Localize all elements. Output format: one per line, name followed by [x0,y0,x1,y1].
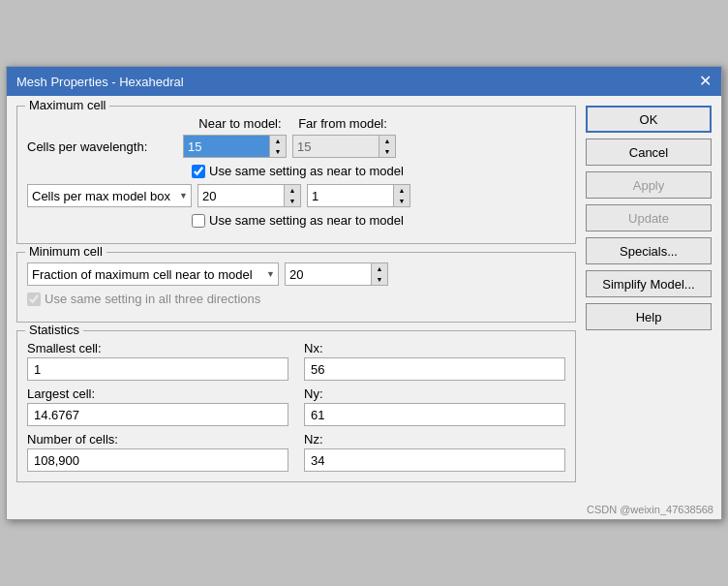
maximum-cell-group: Maximum cell Near to model: Far from mod… [16,106,576,244]
near-wavelength-up[interactable]: ▲ [270,136,286,146]
far-wavelength-spinbox: ▲ ▼ [292,135,396,158]
min-cell-input[interactable] [285,262,372,286]
nx-item: Nx: [304,341,565,381]
nz-item: Nz: [304,432,565,472]
min-cell-spinbox: ▲ ▼ [285,262,388,286]
minimum-cell-label: Minimum cell [25,244,106,259]
use-same-directions-row: Use same setting in all three directions [27,292,565,306]
nz-label: Nz: [304,432,565,447]
far-wavelength-input[interactable] [292,135,379,158]
use-same-directions-label: Use same setting in all three directions [45,292,260,306]
statistics-group: Statistics Smallest cell: Nx: Largest ce [16,330,576,482]
title-bar: Mesh Properties - Hexahedral ✕ [7,67,721,96]
far-wavelength-up[interactable]: ▲ [379,136,395,146]
nx-label: Nx: [304,341,565,355]
dialog-title: Mesh Properties - Hexahedral [16,75,184,89]
far-dropdown-spin-buttons: ▲ ▼ [394,184,410,207]
min-cell-dropdown-wrapper: Fraction of maximum cell near to model [27,262,279,286]
far-dropdown-up[interactable]: ▲ [394,185,410,196]
max-cell-dropdown-wrapper: Cells per max model box edge [27,184,192,207]
maximum-cell-label: Maximum cell [25,98,109,112]
cells-per-wavelength-label: Cells per wavelength: [27,139,177,154]
wavelength-row: Cells per wavelength: ▲ ▼ ▲ ▼ [27,135,565,158]
use-same-directions-checkbox[interactable] [27,293,41,306]
use-same-label-1: Use same setting as near to model [209,164,404,178]
simplify-model-button[interactable]: Simplify Model... [586,270,712,297]
use-same-label-2: Use same setting as near to model [209,213,404,228]
smallest-cell-value[interactable] [27,357,288,381]
near-wavelength-spinbox: ▲ ▼ [183,135,287,158]
min-cell-up[interactable]: ▲ [372,263,387,274]
cancel-button[interactable]: Cancel [586,139,712,166]
far-dropdown-spinbox: ▲ ▼ [307,184,410,207]
min-cell-spin-buttons: ▲ ▼ [372,262,388,286]
use-same-checkbox-1[interactable] [192,165,205,178]
column-headers: Near to model: Far from model: [192,116,565,131]
smallest-cell-label: Smallest cell: [27,341,288,355]
near-wavelength-spin-buttons: ▲ ▼ [270,135,287,158]
minimum-cell-group: Minimum cell Fraction of maximum cell ne… [16,252,576,323]
near-wavelength-input[interactable] [183,135,270,158]
near-dropdown-down[interactable]: ▼ [285,196,300,206]
nx-value[interactable] [304,357,565,381]
update-button[interactable]: Update [586,204,712,231]
largest-cell-item: Largest cell: [27,386,288,426]
dialog-window: Mesh Properties - Hexahedral ✕ Maximum c… [6,66,722,520]
watermark: CSDN @weixin_47638568 [7,500,721,519]
near-wavelength-down[interactable]: ▼ [270,146,286,157]
use-same-checkbox-2[interactable] [192,214,205,228]
largest-cell-value[interactable] [27,403,288,426]
num-cells-label: Number of cells: [27,432,288,447]
apply-button[interactable]: Apply [586,171,712,199]
ok-button[interactable]: OK [586,106,712,133]
num-cells-item: Number of cells: [27,432,288,472]
nz-value[interactable] [304,448,565,472]
far-dropdown-input[interactable] [307,184,394,207]
ny-value[interactable] [304,403,565,426]
help-button[interactable]: Help [586,303,712,330]
far-wavelength-down[interactable]: ▼ [379,146,395,157]
dropdown-row: Cells per max model box edge ▲ ▼ ▲ [27,184,565,207]
near-dropdown-spin-buttons: ▲ ▼ [285,184,301,207]
near-to-model-header: Near to model: [192,116,288,131]
ny-item: Ny: [304,386,565,426]
min-cell-down[interactable]: ▼ [372,274,387,285]
min-cell-row: Fraction of maximum cell near to model ▲… [27,262,565,286]
num-cells-value[interactable] [27,448,288,472]
min-cell-dropdown[interactable]: Fraction of maximum cell near to model [27,262,279,286]
largest-cell-label: Largest cell: [27,386,288,401]
ny-label: Ny: [304,386,565,401]
statistics-label: Statistics [25,323,83,337]
far-dropdown-down[interactable]: ▼ [394,196,410,206]
far-from-model-header: Far from model: [294,116,391,131]
near-dropdown-spinbox: ▲ ▼ [197,184,301,207]
right-panel: OK Cancel Apply Update Specials... Simpl… [586,106,712,490]
close-button[interactable]: ✕ [699,74,712,89]
max-cell-dropdown[interactable]: Cells per max model box edge [27,184,192,207]
smallest-cell-item: Smallest cell: [27,341,288,381]
near-dropdown-input[interactable] [197,184,285,207]
use-same-row-1: Use same setting as near to model [192,164,565,178]
near-dropdown-up[interactable]: ▲ [285,185,300,196]
specials-button[interactable]: Specials... [586,237,712,264]
stats-grid: Smallest cell: Nx: Largest cell: [27,341,565,472]
dialog-body: Maximum cell Near to model: Far from mod… [7,96,721,500]
left-panel: Maximum cell Near to model: Far from mod… [16,106,576,490]
far-wavelength-spin-buttons: ▲ ▼ [379,135,396,158]
use-same-row-2: Use same setting as near to model [192,213,565,228]
